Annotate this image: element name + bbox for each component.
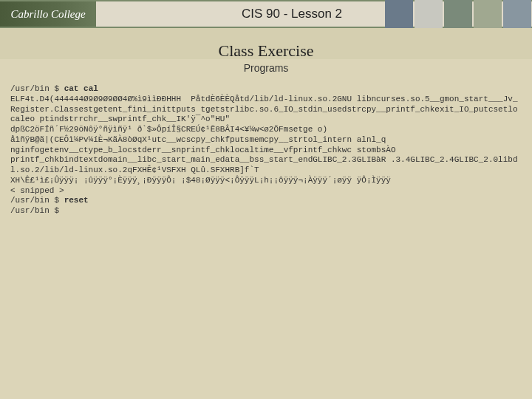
photo-thumb — [415, 0, 443, 28]
terminal-output: /usr/bin $ cat cal ELF4t.D4(444444Ø9Ø9Ø9… — [10, 84, 522, 216]
photo-thumb — [385, 0, 413, 28]
prompt: /usr/bin $ — [10, 196, 64, 205]
college-logo: Cabrillo College — [0, 1, 96, 27]
prompt: /usr/bin $ — [10, 206, 59, 215]
command: cat cal — [64, 84, 98, 93]
photo-thumb — [444, 0, 472, 28]
prompt: /usr/bin $ — [10, 84, 64, 93]
logo-text: Cabrillo College — [10, 8, 85, 21]
page-title: Class Exercise — [0, 41, 532, 61]
command: reset — [64, 196, 89, 205]
binary-dump: ELF4t.D4(444444Ø9Ø9Ø9ØØ4Ø%ì9ììÐÐHHH Påtd… — [10, 95, 518, 185]
photo-thumb — [503, 0, 531, 28]
photo-strip — [384, 0, 532, 28]
header-bar: Cabrillo College CIS 90 - Lesson 2 — [0, 0, 532, 28]
snipped-marker: < snipped > — [10, 186, 64, 195]
page-subtitle: Programs — [0, 62, 532, 74]
photo-thumb — [474, 0, 502, 28]
